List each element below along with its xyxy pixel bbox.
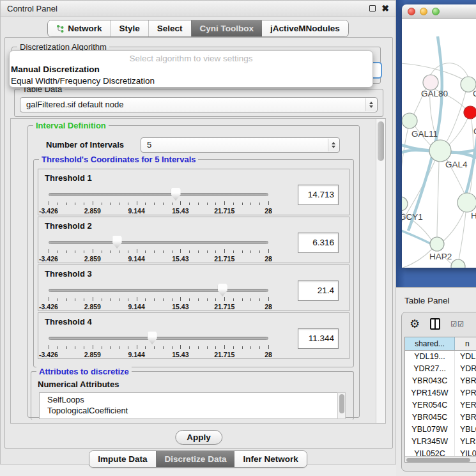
tick-label: -3.426: [39, 351, 58, 358]
tick-label: 28: [265, 351, 272, 358]
node-selected-red[interactable]: [464, 106, 476, 119]
attribute-item[interactable]: BetweennessCentrality: [47, 416, 344, 419]
tick-label: -3.426: [39, 207, 58, 215]
node-hap2[interactable]: [430, 237, 444, 251]
minimize-traffic-light-icon[interactable]: [420, 8, 427, 15]
threshold-slider-handle[interactable]: [148, 332, 157, 344]
attribute-item[interactable]: TopologicalCoefficient: [47, 405, 344, 416]
table-cell: YER054C: [405, 399, 455, 411]
threshold-row: Threshold 1 -3.4262.8599.14415.4321.7152…: [38, 169, 349, 215]
column-header-shared[interactable]: shared...: [405, 337, 455, 350]
horizontal-scrollbar[interactable]: [405, 456, 476, 462]
threshold-value-field[interactable]: 6.316: [298, 233, 339, 253]
threshold-slider-track[interactable]: [49, 337, 268, 340]
table-row[interactable]: YDR27...YDR2...: [405, 363, 476, 375]
table-data-combobox[interactable]: galFiltered.sif default node: [20, 97, 378, 112]
tab-label: Discretize Data: [165, 454, 227, 464]
control-panel-window: Control Panel ✖ NetworkStyleSelectCyni T…: [0, 0, 396, 464]
table-panel: Table Panel ⚙ ☑☑ shared... n YDL19...YDL…: [396, 287, 476, 476]
algorithm-hint-option: Select algorithm to view settings: [10, 51, 372, 63]
table-cell: YDL1...: [455, 351, 476, 363]
tab-cyni-toolbox[interactable]: Cyni Toolbox: [191, 20, 263, 36]
tick-label: 15.43: [172, 255, 188, 263]
node-gal80[interactable]: [423, 75, 438, 90]
tab-network[interactable]: Network: [48, 20, 110, 36]
threshold-value-field[interactable]: 14.713: [298, 185, 339, 205]
checkbox-icons[interactable]: ☑☑: [450, 320, 464, 328]
float-window-icon[interactable]: [369, 5, 376, 12]
threshold-value-field[interactable]: 11.344: [298, 328, 339, 349]
threshold-slider-track[interactable]: [49, 289, 268, 292]
slider-ticks: [49, 345, 268, 349]
table-cell: YBL079W: [405, 424, 455, 436]
table-row[interactable]: YBR045CYBR0...: [405, 411, 476, 424]
tab-infer-network[interactable]: Infer Network: [234, 451, 306, 467]
table-cell: YBR0...: [455, 411, 476, 424]
table-cell: YLR3...: [455, 436, 476, 448]
combo-stepper-icon: [365, 98, 376, 111]
table-cell: YBR0...: [455, 375, 476, 387]
algorithm-option-equal-width[interactable]: Equal Width/Frequency Discretization: [10, 75, 372, 86]
zoom-traffic-light-icon[interactable]: [432, 8, 440, 15]
threshold-row: Threshold 3 -3.4262.8599.14415.4321.7152…: [38, 265, 349, 311]
table-row[interactable]: YBL079WYBL0...: [405, 424, 476, 436]
threshold-value-field[interactable]: 21.4: [298, 280, 339, 301]
vertical-scrollbar[interactable]: [376, 119, 385, 423]
label-gal80: GAL80: [421, 89, 448, 98]
threshold-slider-track[interactable]: [49, 241, 268, 244]
screen: Control Panel ✖ NetworkStyleSelectCyni T…: [0, 0, 476, 476]
close-traffic-light-icon[interactable]: [408, 8, 415, 15]
node-right[interactable]: [457, 193, 476, 212]
attributes-list-scrollbar[interactable]: [337, 392, 346, 419]
threshold-slider-handle[interactable]: [218, 284, 227, 296]
table-row[interactable]: YDL19...YDL1...: [405, 351, 476, 363]
split-columns-icon[interactable]: [430, 318, 440, 330]
number-of-intervals-combobox[interactable]: 5: [141, 137, 340, 153]
numerical-attributes-list[interactable]: SelfLoopsTopologicalCoefficientBetweenne…: [39, 392, 344, 419]
tick-label: 2.859: [84, 207, 101, 215]
table-cell: YDR27...: [405, 363, 455, 375]
tab-select[interactable]: Select: [148, 20, 191, 36]
attribute-item[interactable]: SelfLoops: [47, 394, 344, 405]
table-body: YDL19...YDL1...YDR27...YDR2...YBR043CYBR…: [405, 351, 476, 460]
table-row[interactable]: YPR145WYPR1...: [405, 387, 476, 399]
gear-icon[interactable]: ⚙: [410, 318, 420, 330]
tab-jactivemnodules[interactable]: jActiveMNodules: [262, 20, 348, 36]
threshold-slider-track[interactable]: [49, 193, 268, 196]
tab-label: Select: [157, 24, 183, 33]
label-hap2: HAP2: [429, 252, 452, 261]
tab-style[interactable]: Style: [110, 20, 148, 36]
tick-label: -3.426: [39, 303, 58, 311]
tick-label: 21.715: [214, 207, 234, 215]
node-gal4[interactable]: [429, 140, 451, 162]
table-data-group: Table Data galFiltered.sif default node: [14, 89, 383, 117]
tab-impute-data[interactable]: Impute Data: [89, 451, 155, 467]
label-partial-ga: GA: [473, 89, 476, 98]
node-bottom[interactable]: [451, 259, 465, 268]
algorithm-option-manual[interactable]: Manual Discretization: [10, 63, 372, 75]
column-header-name[interactable]: n: [455, 337, 476, 350]
table-row[interactable]: YER054CYER0...: [405, 399, 476, 411]
table-cell: YPR145W: [405, 387, 455, 399]
tab-label: jActiveMNodules: [270, 24, 340, 33]
tick-label: -3.426: [39, 255, 58, 263]
threshold-slider-handle[interactable]: [112, 236, 122, 249]
node-gal11[interactable]: [402, 113, 417, 128]
tick-label: 9.144: [128, 303, 144, 311]
close-icon[interactable]: ✖: [381, 5, 389, 12]
slider-tick-labels: -3.4262.8599.14415.4321.71528: [49, 207, 268, 215]
number-of-intervals-label: Number of Intervals: [46, 140, 124, 150]
table-row[interactable]: YBR043CYBR0...: [405, 375, 476, 387]
tab-discretize-data[interactable]: Discretize Data: [156, 451, 235, 467]
node-table: shared... n YDL19...YDL1...YDR27...YDR2.…: [404, 337, 476, 463]
network-canvas[interactable]: GAL80 GA C GAL11 GAL4 GCY1 H HAP2: [402, 19, 476, 268]
label-partial-c: C: [473, 127, 476, 136]
threshold-slider-handle[interactable]: [171, 188, 181, 201]
node-gcy1[interactable]: [402, 197, 408, 211]
threshold-row: Threshold 4 -3.4262.8599.14415.4321.7152…: [38, 312, 349, 359]
network-graph: GAL80 GA C GAL11 GAL4 GCY1 H HAP2: [402, 19, 476, 268]
apply-button[interactable]: Apply: [175, 430, 222, 445]
top-tab-bar: NetworkStyleSelectCyni ToolboxjActiveMNo…: [47, 20, 349, 37]
table-row[interactable]: YLR345WYLR3...: [405, 436, 476, 448]
attributes-group-title: Attributes to discretize: [36, 367, 132, 376]
